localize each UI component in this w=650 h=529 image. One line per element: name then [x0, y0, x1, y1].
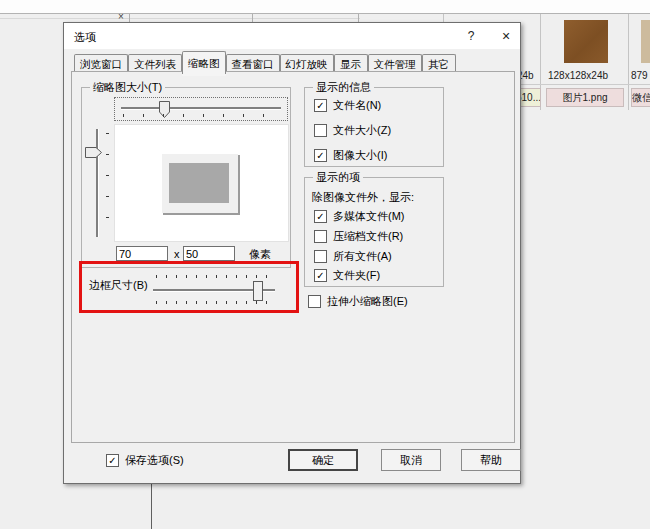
- close-icon[interactable]: ×: [496, 27, 516, 45]
- checkbox-box[interactable]: ✓: [314, 269, 327, 282]
- thumbnail-preview-image: [169, 163, 229, 203]
- width-slider-ticks: [123, 114, 281, 117]
- checkbox-box[interactable]: ✓: [314, 149, 327, 162]
- background-tab-close-icon[interactable]: ×: [118, 12, 124, 22]
- thumbnail-filename[interactable]: 图片1.png: [546, 88, 624, 107]
- checkbox-label: 压缩档文件(R): [333, 230, 403, 243]
- checkbox-box[interactable]: [308, 295, 321, 308]
- tab-thumbnails[interactable]: 缩略图: [182, 51, 226, 74]
- dialog-title: 选项: [74, 30, 96, 45]
- background-divider: [0, 13, 650, 14]
- dialog-titlebar[interactable]: 选项 ? ×: [64, 23, 520, 49]
- options-dialog: 选项 ? × 浏览窗口 文件列表 缩略图 查看窗口 幻灯放映 显示 文件管理 其…: [63, 22, 521, 484]
- height-slider-track[interactable]: [96, 129, 99, 237]
- thumbnail-height-input[interactable]: [183, 246, 235, 261]
- checkbox-all-files[interactable]: 所有文件(A): [314, 250, 392, 263]
- checkbox-label: 所有文件(A): [333, 250, 392, 263]
- height-slider-ticks: [106, 133, 109, 235]
- border-size-slider-thumb[interactable]: [253, 281, 263, 301]
- width-slider[interactable]: [114, 97, 288, 121]
- checkbox-label: 多媒体文件(M): [333, 210, 405, 223]
- checkbox-label: 文件大小(Z): [333, 124, 391, 137]
- checkbox-box[interactable]: [314, 250, 327, 263]
- thumbnail-width-input[interactable]: [116, 246, 168, 261]
- background-pane-divider: [151, 484, 152, 529]
- cancel-button[interactable]: 取消: [381, 449, 441, 471]
- checkbox-imagesize[interactable]: ✓ 图像大小(I): [314, 149, 387, 162]
- thumbnail-size-group-label: 缩略图大小(T): [90, 81, 165, 94]
- checkbox-label: 保存选项(S): [125, 454, 184, 467]
- thumbnail-dimensions: 128x128x24b: [548, 70, 608, 81]
- checkbox-box[interactable]: [314, 230, 327, 243]
- thumbnail-filename[interactable]: 微信: [631, 88, 650, 107]
- border-size-slider-ticks-bottom: [156, 301, 274, 304]
- border-size-slider-ticks-top: [156, 275, 274, 278]
- border-size-label: 边框尺寸(B): [89, 279, 148, 292]
- checkbox-label: 拉伸小缩略图(E): [327, 295, 408, 308]
- checkbox-box[interactable]: [314, 124, 327, 137]
- width-slider-track[interactable]: [121, 107, 281, 110]
- checkbox-box[interactable]: ✓: [314, 99, 327, 112]
- thumbnail-cell-border: [628, 14, 629, 110]
- checkbox-multimedia-files[interactable]: ✓ 多媒体文件(M): [314, 210, 405, 223]
- times-label: x: [174, 248, 180, 261]
- checkbox-archive-files[interactable]: 压缩档文件(R): [314, 230, 403, 243]
- background-tab-separator: [252, 14, 253, 22]
- background-tabbar-line: [0, 18, 360, 19]
- background-tab-separator: [358, 14, 359, 22]
- checkbox-box[interactable]: ✓: [106, 454, 119, 467]
- checkbox-label: 文件夹(F): [333, 269, 380, 282]
- screen: × 24b 128x128x24b 879 510... 图片1.png 微信 …: [0, 0, 650, 529]
- checkbox-stretch-small-thumbnails[interactable]: 拉伸小缩略图(E): [308, 295, 408, 308]
- thumbnail-dimensions: 879: [631, 70, 648, 81]
- checkbox-box[interactable]: ✓: [314, 210, 327, 223]
- thumbnail-image[interactable]: [564, 20, 608, 63]
- displayed-info-group-label: 显示的信息: [313, 81, 374, 94]
- pixels-label: 像素: [249, 248, 271, 261]
- thumbnail-image-partial[interactable]: [641, 20, 650, 63]
- help-icon[interactable]: ?: [462, 28, 480, 44]
- ok-button[interactable]: 确定: [288, 449, 358, 471]
- checkbox-filesize[interactable]: 文件大小(Z): [314, 124, 391, 137]
- checkbox-label: 文件名(N): [333, 99, 381, 112]
- height-slider-thumb[interactable]: [85, 147, 102, 158]
- checkbox-filename[interactable]: ✓ 文件名(N): [314, 99, 381, 112]
- checkbox-folders[interactable]: ✓ 文件夹(F): [314, 269, 380, 282]
- checkbox-save-options[interactable]: ✓ 保存选项(S): [106, 454, 184, 467]
- displayed-items-group-label: 显示的项: [313, 171, 363, 184]
- help-button[interactable]: 帮助: [461, 449, 521, 471]
- displayed-items-subtitle: 除图像文件外，显示:: [312, 191, 414, 204]
- checkbox-label: 图像大小(I): [333, 149, 387, 162]
- background-top-strip: [0, 0, 650, 13]
- background-tab-separator: [129, 14, 130, 22]
